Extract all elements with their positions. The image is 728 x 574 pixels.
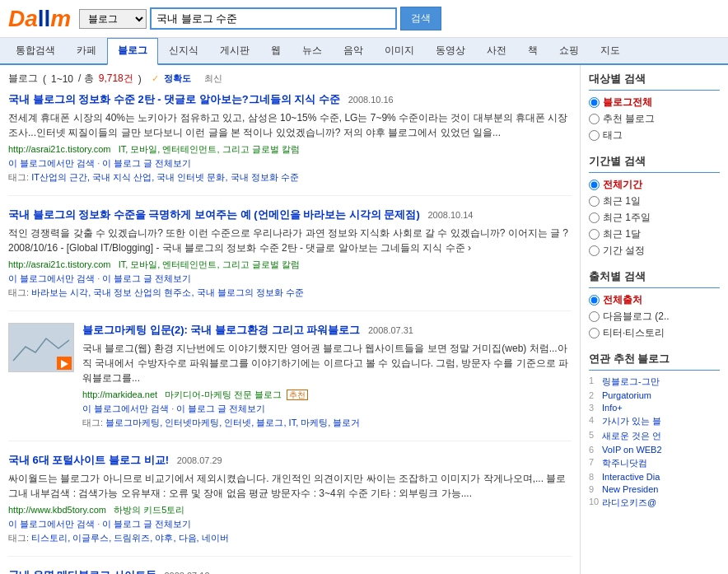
result-thumbnail-3 bbox=[8, 323, 74, 372]
sort-accuracy[interactable]: 정확도 bbox=[164, 72, 191, 85]
sidebar-target-search: 대상별 검색 블로그전체 추천 블로그 태그 bbox=[589, 72, 720, 142]
related-blog-9: 9 New Presiden bbox=[589, 484, 720, 494]
result-blog-search-3[interactable]: 이 블로그에서만 검색 bbox=[82, 404, 169, 413]
search-button[interactable]: 검색 bbox=[400, 7, 441, 30]
label-1day[interactable]: 최근 1일 bbox=[603, 194, 641, 208]
label-custom-period[interactable]: 기간 설정 bbox=[603, 244, 645, 258]
result-link-3[interactable]: 블로그마케팅 입문(2): 국내 블로그환경 그리고 파워블로그 bbox=[82, 324, 360, 336]
related-link-3[interactable]: Info+ bbox=[602, 403, 623, 413]
sidebar-period-title: 기간별 검색 bbox=[589, 154, 720, 173]
result-blog-all-3[interactable]: 이 블로그 글 전체보기 bbox=[176, 404, 265, 413]
result-blog-all-4[interactable]: 이 블로그 글 전체보기 bbox=[102, 519, 191, 529]
related-blog-6: 6 VoIP on WEB2 bbox=[589, 445, 720, 455]
nav-item-video[interactable]: 동영상 bbox=[425, 38, 476, 63]
label-1week[interactable]: 최근 1주일 bbox=[603, 211, 651, 225]
result-url-2: http://asrai21c.tistory.com IT, 모바일, 엔터테… bbox=[8, 259, 572, 271]
related-blog-8: 8 Interactive Dia bbox=[589, 472, 720, 482]
related-blog-5: 5 새로운 것은 언 bbox=[589, 430, 720, 442]
nav-item-knowledge[interactable]: 신지식 bbox=[158, 38, 209, 63]
nav-item-board[interactable]: 게시판 bbox=[209, 38, 260, 63]
nav-item-blog[interactable]: 블로그 bbox=[107, 38, 158, 65]
nav-item-image[interactable]: 이미지 bbox=[374, 38, 425, 63]
radio-all-blogs[interactable] bbox=[589, 97, 600, 108]
nav-item-news[interactable]: 뉴스 bbox=[292, 38, 333, 63]
result-link-4[interactable]: 국내 6대 포털사이트 블로그 비교! bbox=[8, 454, 169, 466]
nav-item-cafe[interactable]: 카페 bbox=[66, 38, 107, 63]
main-content: 블로그 (1~10 / 총 9,718건) ✓ 정확도 최신 국내 블로그의 정… bbox=[0, 65, 580, 574]
related-link-7[interactable]: 학주니닷컴 bbox=[602, 457, 647, 469]
related-blog-1: 1 링블로그-그만 bbox=[589, 376, 720, 388]
result-date-3: 2008.07.31 bbox=[368, 325, 413, 335]
related-link-4[interactable]: 가시가 있는 블 bbox=[602, 415, 661, 427]
search-category-select[interactable]: 블로그 통합검색 bbox=[79, 9, 147, 29]
related-blog-10: 10 라디오키즈@ bbox=[589, 497, 720, 509]
related-link-2[interactable]: Purgatorium bbox=[602, 390, 651, 400]
result-blog-all-2[interactable]: 이 블로그 글 전체보기 bbox=[102, 273, 191, 283]
navigation-bar: 통합검색 카페 블로그 신지식 게시판 웹 뉴스 음악 이미지 동영상 사전 책… bbox=[0, 38, 728, 65]
nav-item-integrated[interactable]: 통합검색 bbox=[5, 38, 66, 63]
related-num-8: 8 bbox=[589, 472, 599, 482]
result-blog-search-2[interactable]: 이 블로그에서만 검색 bbox=[8, 273, 95, 283]
result-blog-search-4[interactable]: 이 블로그에서만 검색 bbox=[8, 519, 95, 529]
radio-all-source[interactable] bbox=[589, 295, 600, 306]
label-tistory[interactable]: 티터·티스토리 bbox=[603, 326, 665, 340]
radio-1month[interactable] bbox=[589, 229, 600, 240]
related-num-5: 5 bbox=[589, 430, 599, 442]
related-link-9[interactable]: New Presiden bbox=[602, 484, 658, 494]
logo[interactable]: Dallm bbox=[8, 7, 71, 30]
sidebar-option-1week: 최근 1주일 bbox=[589, 211, 720, 225]
nav-item-dict[interactable]: 사전 bbox=[476, 38, 517, 63]
label-recommended[interactable]: 추천 블로그 bbox=[603, 112, 655, 126]
label-daum-blog[interactable]: 다음블로그 (2.. bbox=[603, 310, 670, 324]
related-link-8[interactable]: Interactive Dia bbox=[602, 472, 660, 482]
thumb-image-3 bbox=[9, 324, 73, 371]
result-link-1[interactable]: 국내 블로그의 정보화 수준 2탄 - 댓글로 알아보는?그네들의 지식 수준 bbox=[8, 93, 340, 105]
radio-custom-period[interactable] bbox=[589, 245, 600, 256]
sidebar-target-title: 대상별 검색 bbox=[589, 72, 720, 91]
radio-tags[interactable] bbox=[589, 130, 600, 141]
check-icon-accuracy: ✓ bbox=[152, 73, 159, 84]
result-link-5[interactable]: 국내 유명 메타블로그 사이트들 bbox=[8, 569, 156, 574]
radio-1week[interactable] bbox=[589, 212, 600, 223]
result-tags-2: 태그: 바라보는 시각, 국내 정보 산업의 현주소, 국내 블로그의 정보화 … bbox=[8, 287, 572, 299]
result-body-3: 국내 블로그(웹) 환경 지난번에도 이야기했지만 영어권 블로그나 웹사이트들… bbox=[82, 341, 572, 385]
nav-item-web[interactable]: 웹 bbox=[260, 38, 292, 63]
related-link-1[interactable]: 링블로그-그만 bbox=[602, 376, 660, 388]
sidebar-period-search: 기간별 검색 전체기간 최근 1일 최근 1주일 최근 1달 기간 설정 bbox=[589, 154, 720, 258]
logo-image: Dallm bbox=[8, 6, 71, 31]
header: Dallm 블로그 통합검색 검색 bbox=[0, 0, 728, 38]
label-all-period[interactable]: 전체기간 bbox=[603, 178, 642, 192]
sidebar-option-1day: 최근 1일 bbox=[589, 194, 720, 208]
label-all-blogs[interactable]: 블로그전체 bbox=[603, 96, 652, 110]
related-link-6[interactable]: VoIP on WEB2 bbox=[602, 445, 662, 455]
result-body-4: 싸이월드는 블로그가 아니므로 비교기에서 제외시켰습니다. 개인적인 의견이지… bbox=[8, 471, 572, 501]
nav-item-book[interactable]: 책 bbox=[517, 38, 548, 63]
related-num-4: 4 bbox=[589, 415, 599, 427]
label-1month[interactable]: 최근 1달 bbox=[603, 227, 641, 241]
radio-daum-blog[interactable] bbox=[589, 311, 600, 322]
result-title-4: 국내 6대 포털사이트 블로그 비교! 2008.07.29 bbox=[8, 453, 572, 468]
result-blog-all-1[interactable]: 이 블로그 글 전체보기 bbox=[102, 158, 191, 168]
search-input[interactable] bbox=[150, 7, 397, 30]
nav-item-music[interactable]: 음악 bbox=[333, 38, 374, 63]
label-tags[interactable]: 태그 bbox=[603, 128, 623, 142]
radio-tistory[interactable] bbox=[589, 328, 600, 338]
result-link-2[interactable]: 국내 블로그의 정보화 수준을 극명하게 보여주는 예 (언메인을 바라보는 시… bbox=[8, 208, 420, 221]
radio-recommended[interactable] bbox=[589, 114, 600, 124]
result-meta-4: 이 블로그에서만 검색 · 이 블로그 글 전체보기 bbox=[8, 518, 572, 530]
label-all-source[interactable]: 전체출처 bbox=[603, 293, 642, 307]
result-blog-search-1[interactable]: 이 블로그에서만 검색 bbox=[8, 158, 95, 168]
result-title-2: 국내 블로그의 정보화 수준을 극명하게 보여주는 예 (언메인을 바라보는 시… bbox=[8, 208, 572, 222]
result-title-3: 블로그마케팅 입문(2): 국내 블로그환경 그리고 파워블로그 2008.07… bbox=[82, 323, 572, 338]
nav-item-map[interactable]: 지도 bbox=[590, 38, 631, 63]
related-link-5[interactable]: 새로운 것은 언 bbox=[602, 430, 661, 442]
result-tags-1: 태그: IT산업의 근간, 국내 지식 산업, 국내 인터넷 문화, 국내 정보… bbox=[8, 171, 572, 184]
sidebar-option-daum-blog: 다음블로그 (2.. bbox=[589, 310, 720, 324]
related-blog-7: 7 학주니닷컴 bbox=[589, 457, 720, 469]
related-link-10[interactable]: 라디오키즈@ bbox=[602, 497, 656, 509]
nav-item-shopping[interactable]: 쇼핑 bbox=[548, 38, 590, 63]
radio-all-period[interactable] bbox=[589, 180, 600, 190]
sidebar-option-all-source: 전체출처 bbox=[589, 293, 720, 307]
radio-1day[interactable] bbox=[589, 196, 600, 207]
sort-latest[interactable]: 최신 bbox=[204, 72, 222, 85]
